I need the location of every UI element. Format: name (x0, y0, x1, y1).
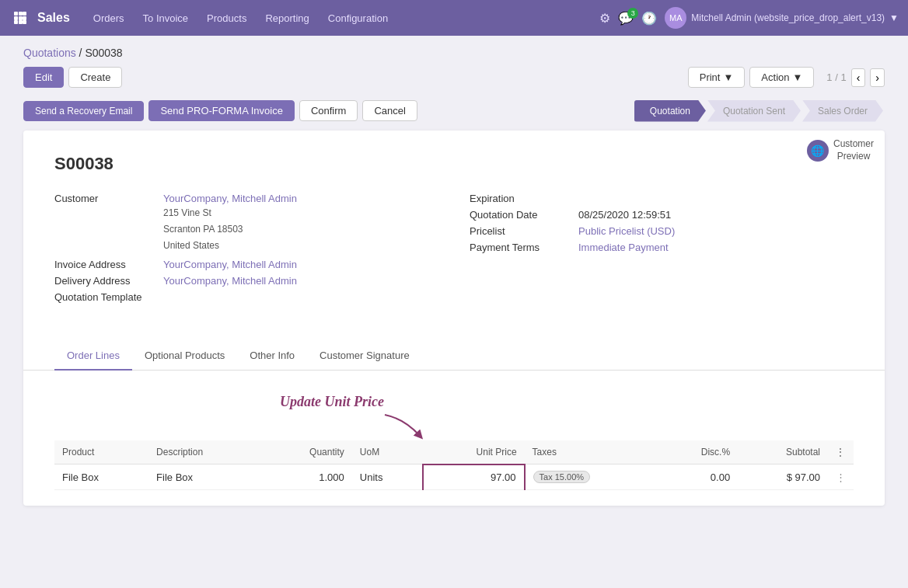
doc-title: S00038 (54, 154, 854, 174)
status-step-sales-order[interactable]: Sales Order (802, 100, 883, 122)
app-brand[interactable]: Sales (37, 11, 70, 25)
cell-taxes: Tax 15.00% (525, 464, 658, 490)
cell-description: File Box (148, 464, 261, 490)
page-info: 1 / 1 (826, 71, 846, 83)
clock-icon[interactable]: 🕐 (641, 11, 657, 26)
quotation-date-value: 08/25/2020 12:59:51 (578, 209, 671, 221)
nav-reporting[interactable]: Reporting (257, 8, 316, 29)
svg-rect-1 (19, 12, 23, 16)
create-button[interactable]: Create (68, 67, 122, 88)
toolbar-right: Print ▼ Action ▼ 1 / 1 ‹ › (688, 67, 885, 88)
delivery-address-row: Delivery Address YourCompany, Mitchell A… (54, 275, 438, 287)
nav-to-invoice[interactable]: To Invoice (135, 8, 197, 29)
tabs: Order Lines Optional Products Other Info… (23, 342, 885, 371)
annotation-container: Update Unit Price (54, 394, 854, 433)
cancel-button[interactable]: Cancel (362, 100, 417, 121)
tab-optional-products[interactable]: Optional Products (132, 342, 237, 371)
invoice-address-value[interactable]: YourCompany, Mitchell Admin (163, 259, 297, 270)
chat-icon[interactable]: 💬 3 (618, 11, 634, 26)
annotation-arrow (381, 411, 428, 442)
cell-quantity: 1.000 (261, 464, 352, 490)
activity-icon[interactable]: ⚙ (599, 11, 610, 26)
toolbar: Edit Create Print ▼ Action ▼ 1 / 1 ‹ › (23, 67, 885, 88)
status-step-sent[interactable]: Quotation Sent (707, 100, 801, 122)
col-uom: UoM (352, 440, 424, 464)
customer-address1: 215 Vine St (163, 206, 297, 221)
doc-card: 🌐 CustomerPreview S00038 Customer YourCo… (23, 130, 885, 506)
print-button[interactable]: Print ▼ (688, 67, 746, 88)
proforma-button[interactable]: Send PRO-FORMA Invoice (148, 100, 295, 121)
action-button[interactable]: Action ▼ (749, 67, 814, 88)
print-dropdown-icon: ▼ (723, 71, 733, 83)
avatar: MA (665, 7, 686, 29)
col-quantity: Quantity (261, 440, 352, 464)
main-area: Quotations / S00038 Edit Create Print ▼ … (0, 36, 908, 588)
cell-options[interactable]: ⋮ (828, 464, 854, 490)
col-options-header: ⋮ (828, 440, 854, 464)
nav-configuration[interactable]: Configuration (320, 8, 396, 29)
breadcrumb-current: S00038 (85, 47, 122, 59)
pricelist-label: Pricelist (470, 225, 578, 237)
prev-record-button[interactable]: ‹ (851, 68, 866, 87)
nav-products[interactable]: Products (199, 8, 254, 29)
cell-uom: Units (352, 464, 424, 490)
annotation-text: Update Unit Price (280, 394, 384, 410)
delivery-address-value[interactable]: YourCompany, Mitchell Admin (163, 275, 297, 287)
username: Mitchell Admin (website_price_drop_alert… (691, 12, 885, 23)
payment-terms-value[interactable]: Immediate Payment (578, 242, 669, 253)
nav-orders[interactable]: Orders (86, 8, 132, 29)
status-bar: Quotation Quotation Sent Sales Order (634, 100, 885, 122)
invoice-address-label: Invoice Address (54, 259, 163, 270)
expiration-row: Expiration (470, 193, 854, 204)
recovery-email-button[interactable]: Send a Recovery Email (23, 101, 144, 121)
order-table: Product Description Quantity UoM Unit Pr… (54, 440, 854, 491)
action-bar: Quotations / S00038 Edit Create Print ▼ … (0, 36, 908, 88)
cell-product: File Box (54, 464, 148, 490)
tab-order-lines[interactable]: Order Lines (54, 342, 132, 371)
svg-rect-3 (14, 16, 18, 20)
action-dropdown-icon: ▼ (792, 71, 802, 83)
customer-preview-button[interactable]: 🌐 CustomerPreview (807, 138, 874, 162)
table-row: File Box File Box 1.000 Units 97.00 Tax … (54, 464, 854, 490)
tab-customer-signature[interactable]: Customer Signature (307, 342, 422, 371)
svg-rect-7 (19, 20, 23, 24)
quotation-date-row: Quotation Date 08/25/2020 12:59:51 (470, 209, 854, 221)
grid-icon[interactable] (9, 7, 31, 29)
tax-badge: Tax 15.00% (533, 471, 590, 483)
table-wrap: Update Unit Price Produc (23, 371, 885, 506)
cell-disc: 0.00 (657, 464, 738, 490)
topnav-right: ⚙ 💬 3 🕐 MA Mitchell Admin (website_price… (599, 7, 899, 29)
breadcrumb-parent[interactable]: Quotations (23, 47, 76, 59)
confirm-button[interactable]: Confirm (299, 100, 358, 121)
next-record-button[interactable]: › (870, 68, 885, 87)
topnav: Sales Orders To Invoice Products Reporti… (0, 0, 908, 36)
main-nav: Orders To Invoice Products Reporting Con… (86, 8, 600, 29)
tab-other-info[interactable]: Other Info (237, 342, 307, 371)
cell-subtotal: $ 97.00 (738, 464, 828, 490)
svg-rect-4 (19, 16, 23, 20)
invoice-address-row: Invoice Address YourCompany, Mitchell Ad… (54, 259, 438, 270)
table-header-row: Product Description Quantity UoM Unit Pr… (54, 440, 854, 464)
customer-name[interactable]: YourCompany, Mitchell Admin (163, 193, 297, 204)
quotation-date-label: Quotation Date (470, 209, 578, 221)
pricelist-value[interactable]: Public Pricelist (USD) (578, 225, 675, 237)
print-label: Print (700, 71, 721, 83)
edit-button[interactable]: Edit (23, 67, 64, 88)
pricelist-row: Pricelist Public Pricelist (USD) (470, 225, 854, 237)
customer-address3: United States (163, 238, 297, 253)
customer-label: Customer (54, 193, 163, 254)
info-right: Expiration Quotation Date 08/25/2020 12:… (470, 193, 854, 308)
user-menu[interactable]: MA Mitchell Admin (website_price_drop_al… (665, 7, 899, 29)
col-taxes: Taxes (525, 440, 658, 464)
cell-unit-price[interactable]: 97.00 (423, 464, 524, 490)
quotation-template-row: Quotation Template (54, 291, 438, 303)
doc-inner: S00038 Customer YourCompany, Mitchell Ad… (23, 130, 885, 342)
user-dropdown-icon: ▼ (889, 12, 899, 23)
customer-row: Customer YourCompany, Mitchell Admin 215… (54, 193, 438, 254)
info-left: Customer YourCompany, Mitchell Admin 215… (54, 193, 438, 308)
customer-address2: Scranton PA 18503 (163, 222, 297, 237)
svg-rect-0 (14, 12, 18, 16)
status-step-quotation[interactable]: Quotation (634, 100, 706, 122)
svg-rect-5 (23, 16, 26, 20)
action-buttons-bar: Send a Recovery Email Send PRO-FORMA Inv… (23, 96, 417, 126)
